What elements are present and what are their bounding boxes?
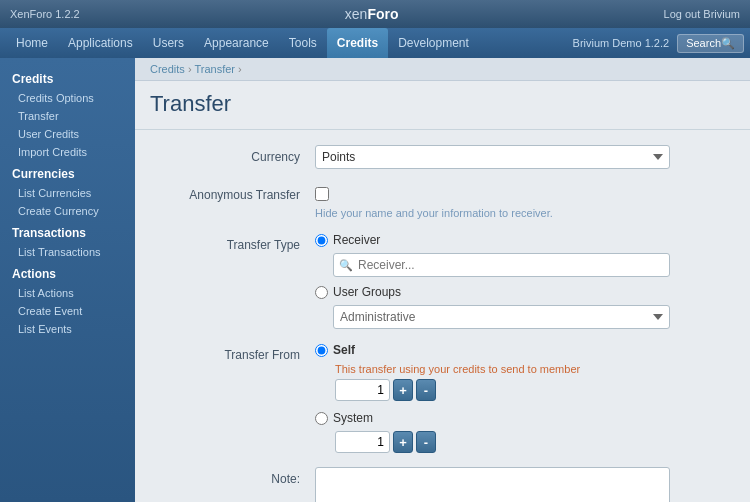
self-radio[interactable] (315, 344, 328, 357)
content-area: Credits › Transfer › Transfer Currency P… (135, 58, 750, 502)
nav-applications[interactable]: Applications (58, 28, 143, 58)
breadcrumb: Credits › Transfer › (135, 58, 750, 81)
xenforo-logo: xenForo (345, 6, 399, 22)
top-bar: XenForo 1.2.2 xenForo Log out Brivium (0, 0, 750, 28)
currency-row: Currency Points (155, 145, 730, 169)
main-layout: Credits Credits Options Transfer User Cr… (0, 58, 750, 502)
system-option-text: System (333, 411, 373, 425)
system-radio[interactable] (315, 412, 328, 425)
transfer-from-row: Transfer From Self This transfer using y… (155, 343, 730, 453)
anonymous-hint: Hide your name and your information to r… (315, 207, 730, 219)
sidebar-section-currencies: Currencies (0, 161, 135, 184)
demo-label: Brivium Demo 1.2.2 (573, 37, 670, 49)
note-label: Note: (155, 467, 315, 486)
note-control (315, 467, 730, 502)
nav-right: Brivium Demo 1.2.2 Search🔍 (573, 34, 744, 53)
system-increment-button[interactable]: + (393, 431, 413, 453)
app-version: XenForo 1.2.2 (10, 8, 80, 20)
sidebar-item-create-currency[interactable]: Create Currency (0, 202, 135, 220)
sidebar: Credits Credits Options Transfer User Cr… (0, 58, 135, 502)
anonymous-row: Anonymous Transfer Hide your name and yo… (155, 183, 730, 219)
user-groups-radio[interactable] (315, 286, 328, 299)
receiver-input-wrap: 🔍 (333, 253, 730, 277)
system-number-row: + - (335, 431, 730, 453)
sidebar-section-credits: Credits (0, 66, 135, 89)
transfer-type-control: Receiver 🔍 User Groups Administrative (315, 233, 730, 329)
search-icon: 🔍 (339, 259, 353, 272)
sidebar-section-actions: Actions (0, 261, 135, 284)
nav-home[interactable]: Home (6, 28, 58, 58)
sidebar-item-credits-options[interactable]: Credits Options (0, 89, 135, 107)
self-option-wrap: Self This transfer using your credits to… (315, 343, 730, 401)
self-radio-label[interactable]: Self (315, 343, 730, 357)
nav-credits[interactable]: Credits (327, 28, 388, 58)
search-button[interactable]: Search🔍 (677, 34, 744, 53)
anonymous-checkbox[interactable] (315, 187, 329, 201)
currency-label: Currency (155, 145, 315, 164)
receiver-input[interactable] (333, 253, 670, 277)
self-number-row: + - (335, 379, 730, 401)
sidebar-item-list-actions[interactable]: List Actions (0, 284, 135, 302)
page-title: Transfer (135, 81, 750, 130)
user-groups-select-wrap: Administrative (333, 305, 730, 329)
receiver-radio[interactable] (315, 234, 328, 247)
sidebar-item-import-credits[interactable]: Import Credits (0, 143, 135, 161)
transfer-form: Currency Points Anonymous Transfer Hide … (135, 130, 750, 502)
transfer-type-label: Transfer Type (155, 233, 315, 252)
transfer-from-control: Self This transfer using your credits to… (315, 343, 730, 453)
sidebar-item-list-currencies[interactable]: List Currencies (0, 184, 135, 202)
sidebar-item-user-credits[interactable]: User Credits (0, 125, 135, 143)
logout-button[interactable]: Log out Brivium (664, 8, 740, 20)
system-option-wrap: System + - (315, 411, 730, 453)
system-radio-label[interactable]: System (315, 411, 730, 425)
receiver-radio-label[interactable]: Receiver (315, 233, 730, 247)
user-groups-option-text: User Groups (333, 285, 401, 299)
nav-users[interactable]: Users (143, 28, 194, 58)
user-groups-select[interactable]: Administrative (333, 305, 670, 329)
sidebar-item-list-transactions[interactable]: List Transactions (0, 243, 135, 261)
self-hint: This transfer using your credits to send… (335, 363, 730, 375)
system-amount-input[interactable] (335, 431, 390, 453)
transfer-type-row: Transfer Type Receiver 🔍 User Groups (155, 233, 730, 329)
currency-select[interactable]: Points (315, 145, 670, 169)
sidebar-item-list-events[interactable]: List Events (0, 320, 135, 338)
breadcrumb-transfer[interactable]: Transfer (194, 63, 235, 75)
anonymous-label: Anonymous Transfer (155, 183, 315, 202)
anonymous-control: Hide your name and your information to r… (315, 183, 730, 219)
sidebar-item-transfer[interactable]: Transfer (0, 107, 135, 125)
self-amount-input[interactable] (335, 379, 390, 401)
nav-appearance[interactable]: Appearance (194, 28, 279, 58)
breadcrumb-credits[interactable]: Credits (150, 63, 185, 75)
note-textarea[interactable] (315, 467, 670, 502)
sidebar-item-create-event[interactable]: Create Event (0, 302, 135, 320)
system-decrement-button[interactable]: - (416, 431, 436, 453)
user-groups-radio-label[interactable]: User Groups (315, 285, 730, 299)
transfer-from-label: Transfer From (155, 343, 315, 362)
note-row: Note: (155, 467, 730, 502)
self-decrement-button[interactable]: - (416, 379, 436, 401)
nav-development[interactable]: Development (388, 28, 479, 58)
nav-tools[interactable]: Tools (279, 28, 327, 58)
receiver-option-text: Receiver (333, 233, 380, 247)
currency-control: Points (315, 145, 730, 169)
nav-bar: Home Applications Users Appearance Tools… (0, 28, 750, 58)
sidebar-section-transactions: Transactions (0, 220, 135, 243)
self-option-text: Self (333, 343, 355, 357)
self-increment-button[interactable]: + (393, 379, 413, 401)
